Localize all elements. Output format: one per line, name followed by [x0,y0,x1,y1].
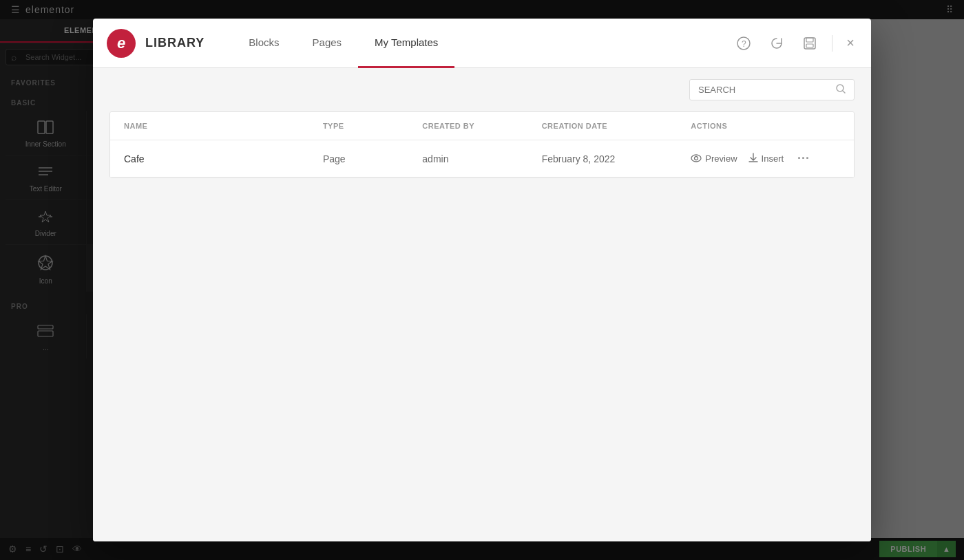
col-actions: ACTIONS [691,122,840,130]
col-creation-date: CREATION DATE [542,122,691,130]
modal-overlay: e LIBRARY Blocks Pages My Templates [0,0,964,560]
library-modal: e LIBRARY Blocks Pages My Templates [93,19,871,541]
row-created-by: admin [422,153,541,164]
svg-line-24 [843,91,845,93]
search-icon [836,84,846,96]
modal-logo: e [107,29,136,58]
question-circle-icon[interactable]: ? [733,32,755,54]
modal-toolbar [93,68,871,111]
preview-button[interactable]: Preview [691,153,737,164]
row-name: Cafe [124,153,323,164]
modal-header-icons: ? × [733,32,857,54]
insert-button[interactable]: Insert [748,153,784,164]
modal-header: e LIBRARY Blocks Pages My Templates [93,19,871,68]
svg-rect-22 [806,44,813,47]
row-date: February 8, 2022 [542,153,691,164]
svg-text:?: ? [742,39,746,49]
search-input[interactable] [698,85,830,95]
svg-rect-21 [806,38,813,42]
save-template-icon[interactable] [799,32,821,54]
tab-pages-label: Pages [313,36,342,48]
search-box[interactable] [689,79,855,100]
col-type: TYPE [323,122,422,130]
preview-eye-icon [691,153,702,164]
tab-my-templates[interactable]: My Templates [358,19,454,68]
more-actions-button[interactable]: ··· [797,151,810,166]
modal-close-button[interactable]: × [844,32,857,54]
insert-label: Insert [762,153,784,164]
tab-my-templates-label: My Templates [375,36,438,48]
header-divider [832,35,832,52]
row-type: Page [323,153,422,164]
tab-blocks-label: Blocks [249,36,279,48]
row-actions: Preview Insert ··· [691,151,840,166]
insert-icon [748,153,758,164]
modal-body: NAME TYPE CREATED BY CREATION DATE ACTIO… [93,68,871,541]
sync-icon[interactable] [766,32,788,54]
col-name: NAME [124,122,323,130]
modal-tabs: Blocks Pages My Templates [232,19,733,67]
modal-logo-letter: e [117,34,125,52]
table-header: NAME TYPE CREATED BY CREATION DATE ACTIO… [110,112,854,140]
modal-title: LIBRARY [145,36,205,50]
tab-pages[interactable]: Pages [296,19,359,68]
preview-label: Preview [705,153,737,164]
tab-blocks[interactable]: Blocks [232,19,295,68]
templates-table: NAME TYPE CREATED BY CREATION DATE ACTIO… [109,111,855,178]
svg-point-25 [691,155,701,162]
svg-point-26 [695,156,698,160]
table-row: Cafe Page admin February 8, 2022 [110,140,854,177]
col-created-by: CREATED BY [422,122,541,130]
